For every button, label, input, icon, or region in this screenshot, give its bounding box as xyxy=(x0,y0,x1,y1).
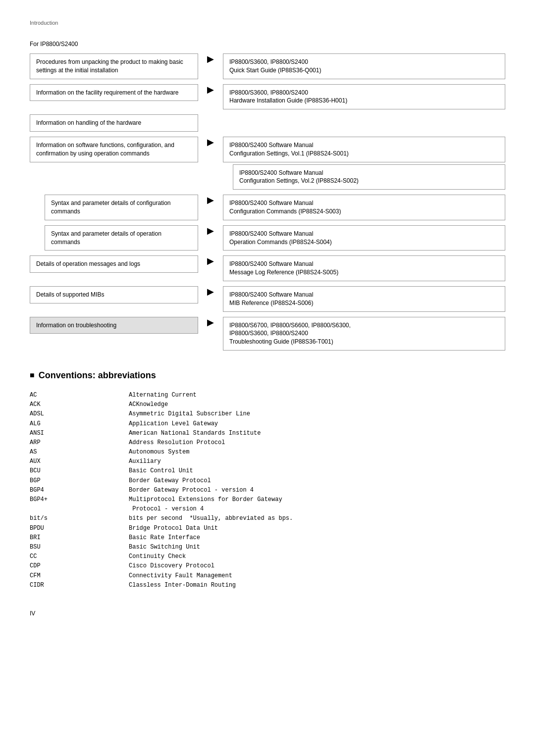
abbrev-row: BGPBorder Gateway Protocol xyxy=(30,476,505,486)
right-box-row4: IP8800/S2400 Software ManualConfiguratio… xyxy=(223,137,505,162)
abbrev-def: ACKnowledge xyxy=(129,400,505,409)
abbrev-term: ARP xyxy=(30,438,129,448)
for-label: For IP8800/S2400 xyxy=(30,41,505,48)
abbrev-def: Bridge Protocol Data Unit xyxy=(129,524,505,533)
abbrev-def: Continuity Check xyxy=(129,552,505,561)
abbrev-def: Connectivity Fault Management xyxy=(129,571,505,581)
abbrev-term: AUX xyxy=(30,457,129,466)
abbrev-term: BGP xyxy=(30,476,129,486)
abbrev-row: CDPCisco Discovery Protocol xyxy=(30,561,505,571)
abbrev-row: ACKACKnowledge xyxy=(30,400,505,409)
abbrev-def: Basic Control Unit xyxy=(129,466,505,476)
abbrev-term: CFM xyxy=(30,571,129,581)
abbrev-row: CCContinuity Check xyxy=(30,552,505,561)
abbrev-def: Auxiliary xyxy=(129,457,505,466)
arrow-col-row1: ▶ xyxy=(198,53,223,64)
abbrev-row: BGP4Border Gateway Protocol - version 4 xyxy=(30,486,505,495)
abbrev-def: Basic Rate Interface xyxy=(129,533,505,543)
abbrev-def: Border Gateway Protocol xyxy=(129,476,505,486)
left-box-row5: Syntax and parameter details of configur… xyxy=(45,195,198,220)
conventions-heading: Conventions: abbreviations xyxy=(30,370,505,381)
right-box-row6: IP8800/S2400 Software ManualOperation Co… xyxy=(223,225,505,251)
right-col-row8: IP8800/S2400 Software ManualMIB Referenc… xyxy=(223,286,505,312)
abbrev-term: CIDR xyxy=(30,581,129,590)
arrow-icon: ▶ xyxy=(207,84,214,95)
diagram-container: Procedures from unpacking the product to… xyxy=(30,53,505,351)
arrow-col-row8: ▶ xyxy=(198,286,223,297)
right-box-row2: IP8800/S3600, IP8800/S2400Hardware Insta… xyxy=(223,84,505,110)
abbrev-term: CDP xyxy=(30,561,129,571)
abbrev-row: CFMConnectivity Fault Management xyxy=(30,571,505,581)
abbrev-def: bits per second *Usually, abbreviated as… xyxy=(129,514,505,523)
diagram-row-row8: Details of supported MIBs▶IP8800/S2400 S… xyxy=(30,286,505,312)
arrow-col-row7: ▶ xyxy=(198,255,223,266)
right-box-row5: IP8800/S2400 Software ManualConfiguratio… xyxy=(223,195,505,220)
abbrev-term: ACK xyxy=(30,400,129,409)
abbrev-def: Asymmetric Digital Subscriber Line xyxy=(129,409,505,419)
arrow-col-row4: ▶ xyxy=(198,137,223,148)
abbrev-row: ALGApplication Level Gateway xyxy=(30,419,505,429)
left-box-row6: Syntax and parameter details of operatio… xyxy=(45,225,198,251)
arrow-icon: ▶ xyxy=(207,53,214,64)
arrow-icon: ▶ xyxy=(207,317,214,328)
abbrev-row: bit/sbits per second *Usually, abbreviat… xyxy=(30,514,505,523)
page-header: Introduction xyxy=(30,20,505,26)
abbrev-term: ADSL xyxy=(30,409,129,419)
diagram-row-row9: Information on troubleshooting▶IP8800/S6… xyxy=(30,317,505,351)
abbrev-def: Address Resolution Protocol xyxy=(129,438,505,448)
arrow-icon: ▶ xyxy=(207,286,214,297)
abbrev-def: Basic Switching Unit xyxy=(129,543,505,552)
arrow-col-row6: ▶ xyxy=(198,225,223,236)
abbrev-term: BSU xyxy=(30,543,129,552)
abbrev-term: ALG xyxy=(30,419,129,429)
right-col-row2: IP8800/S3600, IP8800/S2400Hardware Insta… xyxy=(223,84,505,110)
abbrev-term: AS xyxy=(30,448,129,457)
left-box-row1: Procedures from unpacking the product to… xyxy=(30,53,198,79)
abbrev-def: Alternating Current xyxy=(129,391,505,400)
right-col-row6: IP8800/S2400 Software ManualOperation Co… xyxy=(223,225,505,251)
right-col-row4: IP8800/S2400 Software ManualConfiguratio… xyxy=(223,137,505,190)
diagram-row-row3: Information on handling of the hardware xyxy=(30,114,505,132)
abbrev-term: BGP4 xyxy=(30,486,129,495)
right-col-row1: IP8800/S3600, IP8800/S2400Quick Start Gu… xyxy=(223,53,505,79)
arrow-col-row9: ▶ xyxy=(198,317,223,328)
abbrev-def: Application Level Gateway xyxy=(129,419,505,429)
page-footer: IV xyxy=(30,610,505,617)
abbrev-row: BCUBasic Control Unit xyxy=(30,466,505,476)
diagram-row-row2: Information on the facility requirement … xyxy=(30,84,505,110)
abbrev-row: BRIBasic Rate Interface xyxy=(30,533,505,543)
abbrev-row: ADSLAsymmetric Digital Subscriber Line xyxy=(30,409,505,419)
abbrev-def: Multiprotocol Extensions for Border Gate… xyxy=(129,495,505,514)
right-col-row7: IP8800/S2400 Software ManualMessage Log … xyxy=(223,255,505,281)
abbrev-def: Autonomous System xyxy=(129,448,505,457)
right-col-row9: IP8800/S6700, IP8800/S6600, IP8800/S6300… xyxy=(223,317,505,351)
right-box-row1: IP8800/S3600, IP8800/S2400Quick Start Gu… xyxy=(223,53,505,79)
arrow-col-row2: ▶ xyxy=(198,84,223,95)
diagram-row-row5: Syntax and parameter details of configur… xyxy=(30,195,505,220)
abbrev-term: ANSI xyxy=(30,429,129,438)
left-box-row4: Information on software functions, confi… xyxy=(30,137,198,162)
left-box-row2: Information on the facility requirement … xyxy=(30,84,198,101)
diagram-row-row4: Information on software functions, confi… xyxy=(30,137,505,190)
arrow-icon: ▶ xyxy=(207,255,214,266)
abbrev-def: Cisco Discovery Protocol xyxy=(129,561,505,571)
abbrev-row: ACAlternating Current xyxy=(30,391,505,400)
abbrev-row: BPDUBridge Protocol Data Unit xyxy=(30,524,505,533)
left-box-row3: Information on handling of the hardware xyxy=(30,114,198,132)
abbrev-row: BSUBasic Switching Unit xyxy=(30,543,505,552)
left-box-row8: Details of supported MIBs xyxy=(30,286,198,303)
conventions-section: Conventions: abbreviations ACAlternating… xyxy=(30,370,505,590)
abbrev-row: BGP4+Multiprotocol Extensions for Border… xyxy=(30,495,505,514)
abbrev-row: ANSIAmerican National Standards Institut… xyxy=(30,429,505,438)
arrow-icon: ▶ xyxy=(207,225,214,236)
abbrev-def: Border Gateway Protocol - version 4 xyxy=(129,486,505,495)
abbrev-term: bit/s xyxy=(30,514,129,523)
abbrev-term: BGP4+ xyxy=(30,495,129,514)
abbrev-row: CIDRClassless Inter-Domain Routing xyxy=(30,581,505,590)
right-box-extra-row4: IP8800/S2400 Software ManualConfiguratio… xyxy=(233,164,505,190)
abbrev-term: BPDU xyxy=(30,524,129,533)
abbrev-row: ARPAddress Resolution Protocol xyxy=(30,438,505,448)
right-box-row8: IP8800/S2400 Software ManualMIB Referenc… xyxy=(223,286,505,312)
abbrev-def: American National Standards Institute xyxy=(129,429,505,438)
abbrev-row: ASAutonomous System xyxy=(30,448,505,457)
